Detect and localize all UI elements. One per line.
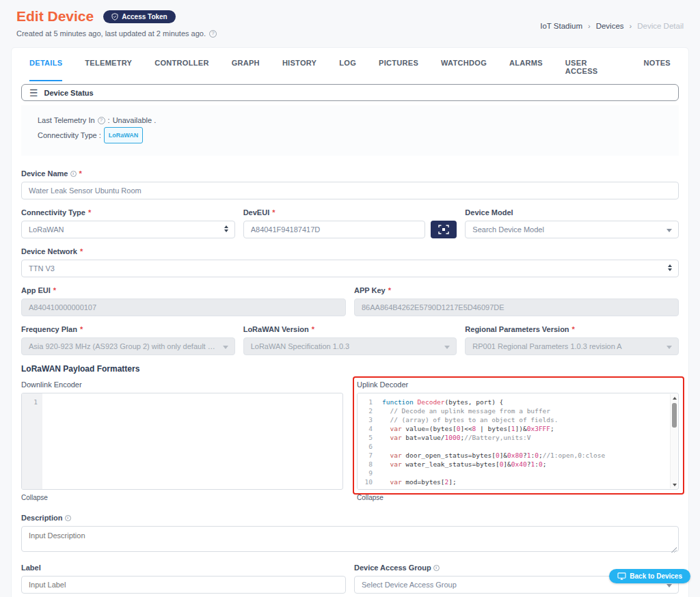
lorawan-version-label: LoRaWAN Version* xyxy=(243,325,457,333)
select-spinner-icon xyxy=(668,264,672,271)
device-name-label: Device Namei* xyxy=(21,169,679,178)
dev-eui-label: DevEUI* xyxy=(243,208,457,217)
uplink-collapse-link[interactable]: Collapse xyxy=(357,494,383,501)
required-asterisk: * xyxy=(312,325,314,333)
connectivity-type-select[interactable]: LoRaWAN xyxy=(21,221,235,238)
uplink-decoder-editor[interactable]: 12345678910 function Decoder(bytes, port… xyxy=(357,393,679,490)
device-network-select[interactable]: TTN V3 xyxy=(21,260,679,277)
downlink-encoder-section: Downlink Encoder 1 Collapse xyxy=(21,380,343,503)
edit-device-card: DETAILSTELEMETRYCONTROLLERGRAPHHISTORYLO… xyxy=(11,47,689,597)
tab-watchdog[interactable]: WATCHDOG xyxy=(441,59,487,81)
code-line: var water_leak_status=bytes[0]&0x40?1:0; xyxy=(382,460,675,469)
required-asterisk: * xyxy=(388,286,391,294)
scroll-up-icon[interactable] xyxy=(671,394,678,402)
regional-parameters-label: Regional Parameters Version* xyxy=(465,325,679,333)
back-to-devices-label: Back to Devices xyxy=(630,572,682,580)
required-asterisk: * xyxy=(88,208,91,217)
frequency-plan-label: Frequency Plan* xyxy=(21,325,235,333)
chevron-down-icon xyxy=(223,346,228,349)
info-icon[interactable]: ? xyxy=(98,117,105,124)
code-line xyxy=(382,469,675,477)
device-status-title: Device Status xyxy=(44,89,94,97)
editor-scrollbar[interactable] xyxy=(670,394,677,488)
access-token-button[interactable]: Access Token xyxy=(103,10,176,23)
info-icon[interactable]: i xyxy=(70,171,77,177)
tab-bar: DETAILSTELEMETRYCONTROLLERGRAPHHISTORYLO… xyxy=(18,48,682,81)
breadcrumb-item[interactable]: Devices xyxy=(596,22,624,30)
resize-handle[interactable] xyxy=(671,547,677,553)
tab-user-access[interactable]: USER ACCESS xyxy=(565,59,621,81)
device-status-body: Last Telemetry In ? : Unavailable . Conn… xyxy=(21,105,679,156)
connectivity-chip: LoRaWAN xyxy=(104,127,144,143)
label-input[interactable] xyxy=(21,576,346,594)
regional-parameters-value: RP001 Regional Parameters 1.0.3 revision… xyxy=(472,342,621,350)
device-name-input[interactable] xyxy=(21,182,679,199)
scrollbar-thumb[interactable] xyxy=(672,403,677,428)
required-asterisk: * xyxy=(80,247,83,255)
device-network-value: TTN V3 xyxy=(29,264,55,273)
dev-eui-input[interactable] xyxy=(243,221,426,238)
tab-pictures[interactable]: PICTURES xyxy=(379,59,418,81)
last-telemetry-value: Unavailable . xyxy=(113,113,157,127)
tab-log[interactable]: LOG xyxy=(339,59,356,81)
tab-history[interactable]: HISTORY xyxy=(282,59,317,81)
lorawan-version-select: LoRaWAN Specification 1.0.3 xyxy=(243,337,457,355)
app-eui-input xyxy=(21,298,346,316)
shield-icon xyxy=(111,13,118,20)
required-asterisk: * xyxy=(53,286,56,294)
info-icon[interactable]: i xyxy=(433,565,440,571)
app-eui-label: App EUI* xyxy=(21,286,346,294)
scan-deveui-button[interactable] xyxy=(431,221,457,238)
back-to-devices-button[interactable]: Back to Devices xyxy=(609,569,690,583)
device-model-select[interactable]: Search Device Model xyxy=(465,221,679,238)
tab-notes[interactable]: NOTES xyxy=(644,59,671,81)
breadcrumb-item[interactable]: IoT Stadium xyxy=(540,22,582,30)
chevron-down-icon xyxy=(667,229,672,232)
tab-graph[interactable]: GRAPH xyxy=(232,59,260,81)
chevron-down-icon xyxy=(444,346,450,349)
breadcrumb-item: Device Detail xyxy=(637,22,684,30)
code-line: // (array) of bytes to an object of fiel… xyxy=(382,415,675,424)
app-key-label: APP Key* xyxy=(354,286,679,294)
tab-alarms[interactable]: ALARMS xyxy=(509,59,543,81)
last-telemetry-label: Last Telemetry In xyxy=(38,113,95,127)
info-icon[interactable]: i xyxy=(65,515,71,521)
description-label: Descriptioni xyxy=(21,514,679,522)
downlink-collapse-link[interactable]: Collapse xyxy=(21,494,48,501)
breadcrumb: IoT Stadium›Devices›Device Detail xyxy=(540,22,684,30)
code-line: var value=(bytes[0]<<8 | bytes[1])&0x3FF… xyxy=(382,424,675,433)
required-asterisk: * xyxy=(572,325,575,333)
frequency-plan-select: Asia 920-923 MHz (AS923 Group 2) with on… xyxy=(21,337,235,355)
required-asterisk: * xyxy=(79,169,82,178)
connectivity-line: Connectivity Type : LoRaWAN xyxy=(38,127,662,143)
uplink-decoder-section: Uplink Decoder 12345678910 function Deco… xyxy=(357,380,679,503)
downlink-encoder-editor[interactable]: 1 xyxy=(21,393,343,490)
access-token-label: Access Token xyxy=(122,13,167,20)
tab-controller[interactable]: CONTROLLER xyxy=(154,59,208,81)
tab-telemetry[interactable]: TELEMETRY xyxy=(85,59,132,81)
frequency-plan-value: Asia 920-923 MHz (AS923 Group 2) with on… xyxy=(29,342,218,350)
description-textarea[interactable] xyxy=(21,526,679,552)
connectivity-type-label: Connectivity Type* xyxy=(21,208,235,217)
tab-details[interactable]: DETAILS xyxy=(29,59,62,81)
device-status-header[interactable]: ☰ Device Status xyxy=(21,84,679,101)
info-icon[interactable]: ? xyxy=(209,30,217,38)
device-access-group-placeholder: Select Device Access Group xyxy=(362,581,457,589)
device-model-label: Device Model xyxy=(465,208,679,217)
code-line xyxy=(382,442,675,451)
chevron-right-icon: › xyxy=(588,22,591,30)
scroll-down-icon[interactable] xyxy=(671,481,678,488)
lorawan-version-value: LoRaWAN Specification 1.0.3 xyxy=(251,342,350,350)
created-updated-text: Created at 5 minutes ago, last updated a… xyxy=(16,29,206,38)
regional-parameters-select: RP001 Regional Parameters 1.0.3 revision… xyxy=(465,337,679,355)
code-line: // Decode an uplink message from a buffe… xyxy=(382,406,675,415)
code-line: var door_open_status=bytes[0]&0x80?1:0;/… xyxy=(382,451,675,460)
app-key-input xyxy=(354,298,679,316)
payload-formatters-title: LoRaWAN Payload Formatters xyxy=(21,364,679,374)
connectivity-label: Connectivity Type : xyxy=(38,128,101,142)
page-header: Edit Device Access Token Created at 5 mi… xyxy=(0,0,700,38)
last-telemetry-line: Last Telemetry In ? : Unavailable . xyxy=(38,113,662,127)
last-telemetry-separator: : xyxy=(108,113,110,127)
chevron-down-icon xyxy=(667,346,672,349)
device-network-label: Device Network* xyxy=(21,247,679,255)
